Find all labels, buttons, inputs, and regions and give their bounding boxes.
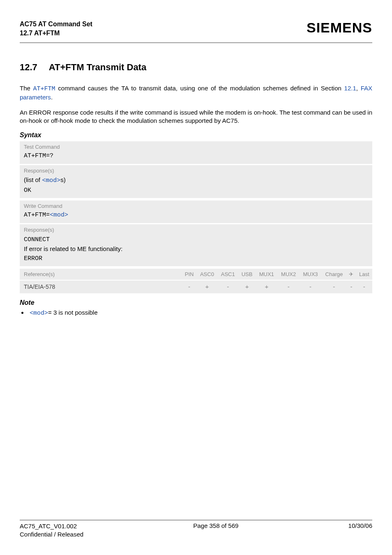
val-charge: - [321, 281, 346, 293]
note-item: <mod>= 3 is not possible [28, 309, 372, 317]
write-cmd-pre: AT+FTM= [24, 212, 50, 219]
mod-param-link-2[interactable]: <mod> [50, 212, 68, 219]
brand-logo: SIEMENS [307, 20, 372, 36]
write-command-label: Write Command [20, 200, 372, 210]
p1-pre: The [20, 85, 33, 92]
page-footer: AC75_ATC_V01.002 Confidential / Released… [20, 520, 372, 539]
col-asc0: ASC0 [197, 269, 218, 280]
doc-title: AC75 AT Command Set [20, 20, 92, 29]
at-ftm-link[interactable]: AT+FTM [33, 85, 55, 92]
mod-param-link[interactable]: <mod> [42, 177, 60, 184]
footer-date: 10/30/06 [348, 522, 372, 539]
col-pin: PIN [182, 269, 197, 280]
val-mux2: - [277, 281, 299, 293]
note-item-text: = 3 is not possible [48, 309, 98, 316]
col-last: Last [356, 269, 372, 280]
intro-paragraph-1: The AT+FTM command causes the TA to tran… [20, 84, 372, 102]
section-heading: 12.7AT+FTM Transmit Data [20, 62, 372, 73]
p1-end: . [51, 94, 53, 101]
syntax-heading: Syntax [20, 131, 372, 139]
write-response-label: Response(s) [20, 224, 372, 234]
col-usb: USB [238, 269, 256, 280]
section-ref-header: 12.7 AT+FTM [20, 29, 92, 38]
section-12-1-link[interactable]: 12.1 [344, 85, 356, 92]
test-response-text: (list of <mod>s) OK [20, 175, 372, 198]
intro-paragraph-2: An ERROR response code results if the wr… [20, 108, 372, 125]
val-last: - [356, 281, 372, 293]
syntax-box: Test Command AT+FTM=? Response(s) (list … [20, 141, 372, 293]
footer-divider [20, 520, 372, 520]
val-mux3: - [300, 281, 321, 293]
test-command-label: Test Command [20, 141, 372, 151]
p1-mid: command causes the TA to transmit data, … [55, 85, 344, 92]
test-command-text: AT+FTM=? [20, 151, 372, 164]
col-mux3: MUX3 [300, 269, 321, 280]
test-resp-pre: (list of [24, 176, 42, 183]
p1-comma: , [356, 85, 361, 92]
reference-label: Reference(s) [20, 269, 182, 280]
val-asc1: - [217, 281, 238, 293]
footer-doc-id: AC75_ATC_V01.002 [20, 522, 83, 530]
error-condition-text: If error is related to ME functionality: [24, 245, 122, 252]
mod-param-link-3[interactable]: <mod> [30, 310, 48, 317]
val-asc0: + [197, 281, 218, 293]
section-number: 12.7 [20, 62, 37, 73]
ok-text: OK [24, 187, 31, 194]
write-command-text: AT+FTM=<mod> [20, 210, 372, 223]
note-list: <mod>= 3 is not possible [28, 309, 372, 317]
reference-table: Reference(s) PIN ASC0 ASC1 USB MUX1 MUX2… [20, 269, 372, 293]
val-usb: + [238, 281, 256, 293]
val-mux1: + [256, 281, 277, 293]
note-heading: Note [20, 299, 372, 306]
test-resp-post: s) [60, 176, 66, 183]
col-airplane-icon: ✈ [347, 269, 356, 280]
footer-page-number: Page 358 of 569 [193, 522, 238, 539]
val-pin: - [182, 281, 197, 293]
col-asc1: ASC1 [217, 269, 238, 280]
error-text: ERROR [24, 255, 42, 262]
col-mux2: MUX2 [277, 269, 299, 280]
reference-value: TIA/EIA-578 [20, 281, 182, 293]
write-response-text: CONNECT If error is related to ME functi… [20, 234, 372, 266]
connect-text: CONNECT [24, 236, 50, 243]
header-divider [20, 42, 372, 43]
col-mux1: MUX1 [256, 269, 277, 280]
val-airplane: - [347, 281, 356, 293]
section-title-text: AT+FTM Transmit Data [49, 62, 146, 72]
col-charge: Charge [321, 269, 346, 280]
footer-confidentiality: Confidential / Released [20, 530, 83, 539]
test-response-label: Response(s) [20, 165, 372, 175]
